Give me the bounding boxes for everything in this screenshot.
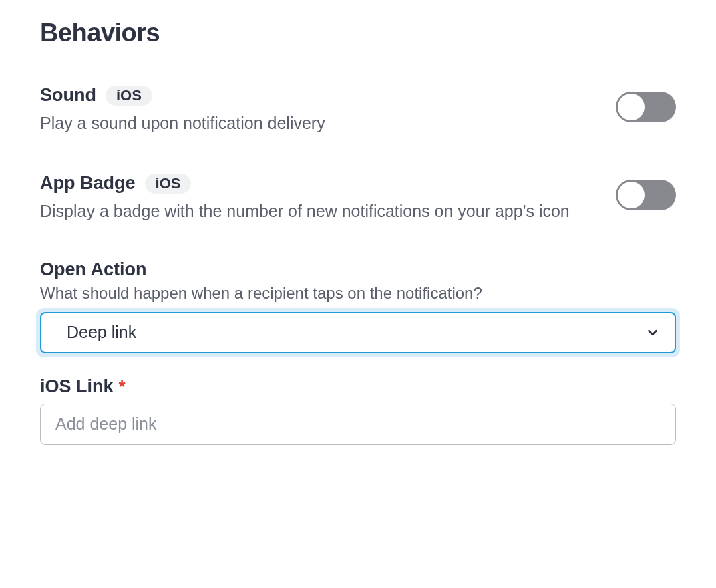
sound-platform-badge: iOS (106, 86, 152, 106)
chevron-down-icon (645, 325, 660, 340)
sound-title: Sound (40, 85, 96, 106)
ios-link-input[interactable] (40, 404, 676, 445)
open-action-description: What should happen when a recipient taps… (40, 284, 676, 303)
open-action-select[interactable]: Deep link (40, 312, 676, 353)
app-badge-title: App Badge (40, 173, 136, 194)
open-action-selected-value: Deep link (67, 323, 136, 342)
app-badge-toggle[interactable] (616, 180, 676, 210)
row-sound: Sound iOS Play a sound upon notification… (40, 85, 676, 154)
toggle-knob (618, 182, 645, 208)
row-app-badge: App Badge iOS Display a badge with the n… (40, 154, 676, 242)
toggle-knob (618, 94, 645, 120)
sound-description: Play a sound upon notification delivery (40, 111, 602, 135)
sound-toggle[interactable] (616, 92, 676, 122)
section-title: Behaviors (40, 19, 676, 47)
app-badge-platform-badge: iOS (145, 174, 192, 194)
block-open-action: Open Action What should happen when a re… (40, 243, 676, 445)
ios-link-label: iOS Link (40, 376, 114, 397)
open-action-select-wrap: Deep link (40, 312, 676, 353)
app-badge-description: Display a badge with the number of new n… (40, 199, 602, 223)
open-action-title: Open Action (40, 259, 676, 280)
required-marker: * (119, 376, 126, 397)
